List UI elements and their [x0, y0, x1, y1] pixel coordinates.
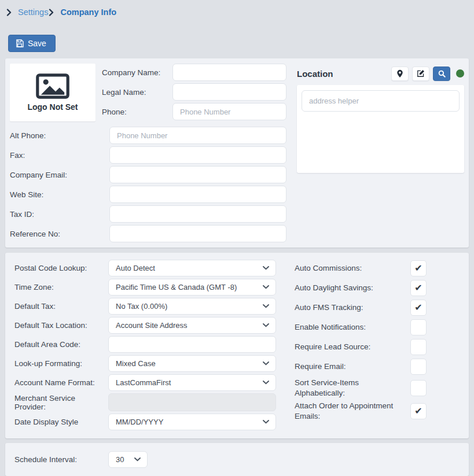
phone-input[interactable] [172, 103, 286, 120]
company-name-label: Company Name: [102, 68, 172, 77]
breadcrumb: Settings Company Info [0, 0, 474, 21]
legal-name-label: Legal Name: [102, 88, 172, 97]
default-tax-label: Default Tax: [14, 302, 108, 311]
reference-no-label: Reference No: [10, 230, 109, 238]
web-site-label: Web Site: [10, 190, 109, 199]
time-zone-select[interactable]: Pacific Time US & Canada (GMT -8) [108, 279, 276, 296]
company-name-input[interactable] [172, 64, 286, 81]
fax-input[interactable] [109, 146, 286, 164]
location-status-dot [456, 69, 464, 78]
search-icon [438, 70, 446, 78]
toolbar: Save [8, 35, 466, 52]
edit-address-button[interactable] [412, 67, 429, 81]
check-icon: ✔ [414, 264, 422, 273]
schedule-interval-value: 30 [116, 455, 124, 464]
default-area-code-input[interactable] [108, 336, 276, 353]
image-placeholder-icon [36, 73, 69, 99]
alt-phone-label: Alt Phone: [10, 131, 109, 140]
chevron-down-icon [263, 323, 269, 327]
time-zone-value: Pacific Time US & Canada (GMT -8) [116, 283, 237, 291]
lookup-formatting-value: Mixed Case [116, 359, 156, 368]
save-button[interactable]: Save [8, 35, 56, 52]
attach-order-to-appointment-emails-label: Attach Order to Appointment Emails: [295, 401, 410, 421]
search-address-button[interactable] [433, 67, 450, 81]
schedule-interval-label: Schedule Interval: [14, 455, 108, 464]
location-section: Location [297, 64, 464, 242]
default-tax-location-value: Account Site Address [116, 321, 188, 330]
enable-notifications-label: Enable Notifications: [295, 322, 410, 333]
phone-label: Phone: [102, 108, 172, 116]
map-pin-icon [396, 69, 403, 78]
auto-daylight-savings-checkbox[interactable]: ✔ [410, 280, 427, 296]
schedule-interval-select[interactable]: 30 [108, 451, 148, 468]
legal-name-input[interactable] [172, 83, 286, 101]
web-site-input[interactable] [109, 186, 286, 203]
chevron-right-icon [6, 9, 12, 16]
map-pin-button[interactable] [391, 67, 409, 81]
tax-id-input[interactable] [109, 205, 286, 223]
date-display-style-value: MM/DD/YYYY [116, 418, 163, 426]
check-icon: ✔ [414, 303, 422, 312]
default-tax-select[interactable]: No Tax (0.00%) [108, 298, 276, 315]
default-tax-location-label: Default Tax Location: [14, 321, 108, 330]
company-fields-section: Logo Not Set Company Name: Legal Name: P… [10, 64, 286, 242]
date-display-style-label: Date Display Style [14, 418, 108, 426]
require-lead-source-checkbox[interactable] [410, 339, 427, 355]
default-area-code-label: Default Area Code: [14, 340, 108, 349]
account-name-format-select[interactable]: LastCommaFirst [108, 374, 276, 391]
require-email-checkbox[interactable] [410, 359, 427, 375]
chevron-down-icon [263, 420, 269, 424]
logo-not-set-label: Logo Not Set [27, 102, 78, 112]
chevron-down-icon [263, 381, 269, 385]
settings-right-column: Auto Commissions: ✔ Auto Daylight Saving… [295, 260, 427, 433]
chevron-down-icon [263, 266, 269, 270]
enable-notifications-checkbox[interactable] [410, 319, 427, 335]
alt-phone-input[interactable] [109, 127, 286, 144]
fax-label: Fax: [10, 151, 109, 160]
chevron-down-icon [263, 361, 269, 366]
account-name-format-label: Account Name Format: [14, 378, 108, 387]
lookup-formatting-label: Look-up Formating: [14, 359, 108, 368]
postal-code-lookup-label: Postal Code Lookup: [14, 264, 108, 272]
require-email-label: Require Email: [295, 361, 410, 372]
chevron-down-icon [134, 457, 141, 462]
check-icon: ✔ [414, 283, 422, 293]
postal-code-lookup-value: Auto Detect [116, 264, 155, 272]
auto-commissions-checkbox[interactable]: ✔ [410, 260, 427, 276]
tax-id-label: Tax ID: [10, 210, 109, 219]
merchant-service-provider-input [108, 393, 276, 411]
time-zone-label: Time Zone: [14, 283, 108, 291]
company-info-panel: Logo Not Set Company Name: Legal Name: P… [5, 58, 469, 248]
breadcrumb-settings-link[interactable]: Settings [18, 8, 48, 17]
breadcrumb-current: Company Info [60, 8, 116, 17]
attach-order-to-appointment-emails-checkbox[interactable]: ✔ [410, 403, 427, 419]
save-floppy-icon [16, 39, 24, 47]
save-button-label: Save [28, 39, 46, 48]
chevron-right-icon [49, 9, 54, 16]
default-tax-location-select[interactable]: Account Site Address [108, 317, 276, 334]
address-helper-input[interactable] [302, 90, 460, 112]
require-lead-source-label: Require Lead Source: [295, 342, 410, 352]
sort-service-items-checkbox[interactable] [410, 380, 427, 396]
auto-fms-tracking-label: Auto FMS Tracking: [295, 302, 410, 313]
check-icon: ✔ [414, 407, 422, 416]
account-name-format-value: LastCommaFirst [116, 378, 171, 387]
sort-service-items-label: Sort Service-Items Alphabetically: [295, 378, 410, 398]
auto-fms-tracking-checkbox[interactable]: ✔ [410, 300, 427, 316]
company-email-input[interactable] [109, 166, 286, 183]
location-title: Location [297, 69, 388, 79]
merchant-service-provider-label: Merchant Service Provider: [14, 394, 108, 411]
chevron-down-icon [263, 304, 269, 308]
default-tax-value: No Tax (0.00%) [116, 302, 167, 311]
postal-code-lookup-select[interactable]: Auto Detect [108, 260, 276, 276]
schedule-panel: Schedule Interval: 30 [5, 443, 469, 476]
edit-pencil-icon [417, 69, 425, 78]
date-display-style-select[interactable]: MM/DD/YYYY [108, 414, 276, 430]
company-logo-upload[interactable]: Logo Not Set [10, 64, 95, 121]
chevron-down-icon [263, 285, 269, 289]
location-address-box [297, 85, 464, 173]
reference-no-input[interactable] [109, 225, 286, 242]
lookup-formatting-select[interactable]: Mixed Case [108, 355, 276, 372]
auto-commissions-label: Auto Commissions: [295, 263, 410, 274]
auto-daylight-savings-label: Auto Daylight Savings: [295, 283, 410, 293]
